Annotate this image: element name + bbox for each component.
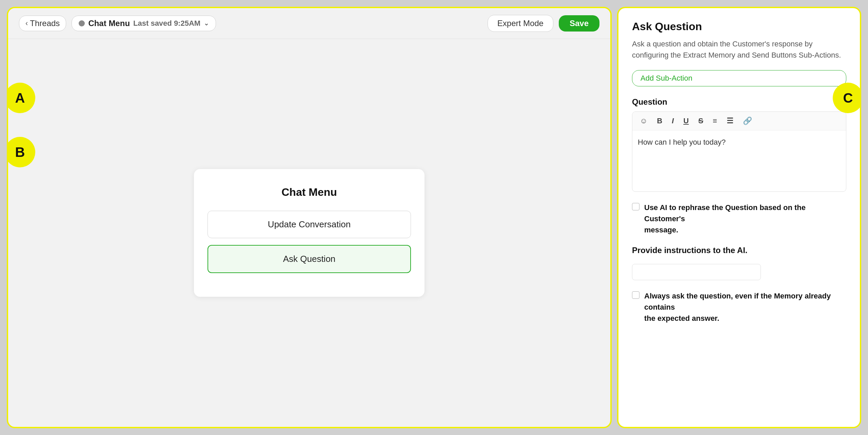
italic-button[interactable]: I bbox=[670, 116, 676, 126]
last-saved-text: Last saved 9:25AM bbox=[133, 19, 200, 28]
question-editor[interactable]: ☺ B I U S ≡ ☰ bbox=[632, 111, 846, 192]
chat-menu-card-title: Chat Menu bbox=[208, 186, 411, 199]
ai-rephrase-label: Use AI to rephrase the Question based on… bbox=[644, 202, 846, 235]
chat-menu-card: Chat Menu Update Conversation Ask Questi… bbox=[194, 169, 425, 297]
ai-instructions-input[interactable] bbox=[632, 264, 761, 280]
canvas-area: Chat Menu Update Conversation Ask Questi… bbox=[8, 39, 610, 427]
always-ask-row: Always ask the question, even if the Mem… bbox=[632, 290, 846, 324]
update-conversation-item[interactable]: Update Conversation bbox=[208, 211, 411, 238]
top-bar: ‹ Threads Chat Menu Last saved 9:25AM ⌄ … bbox=[8, 8, 610, 39]
panel-title: Ask Question bbox=[632, 20, 846, 33]
title-badge[interactable]: Chat Menu Last saved 9:25AM ⌄ bbox=[72, 16, 216, 31]
bold-button[interactable]: B bbox=[655, 116, 664, 126]
unordered-list-button[interactable]: ☰ bbox=[725, 116, 735, 126]
ai-rephrase-row: Use AI to rephrase the Question based on… bbox=[632, 202, 846, 235]
strikethrough-button[interactable]: S bbox=[696, 116, 705, 126]
annotation-c: C bbox=[833, 83, 861, 113]
title-badge-label: Chat Menu bbox=[88, 19, 130, 28]
expert-mode-button[interactable]: Expert Mode bbox=[488, 15, 553, 32]
link-button[interactable]: 🔗 bbox=[741, 116, 754, 126]
right-panel: C Ask Question Ask a question and obtain… bbox=[617, 7, 861, 428]
always-ask-label: Always ask the question, even if the Mem… bbox=[644, 290, 846, 324]
ai-rephrase-checkbox[interactable] bbox=[632, 203, 639, 210]
question-section-label: Question bbox=[632, 97, 846, 107]
always-ask-checkbox[interactable] bbox=[632, 291, 639, 299]
chevron-down-icon: ⌄ bbox=[204, 20, 209, 27]
panel-description: Ask a question and obtain the Customer's… bbox=[632, 38, 846, 61]
add-sub-action-button[interactable]: Add Sub-Action bbox=[632, 70, 846, 86]
save-button[interactable]: Save bbox=[559, 15, 599, 32]
editor-toolbar: ☺ B I U S ≡ ☰ bbox=[632, 112, 846, 130]
ask-question-item[interactable]: Ask Question bbox=[208, 245, 411, 273]
ordered-list-button[interactable]: ≡ bbox=[711, 116, 719, 126]
underline-button[interactable]: U bbox=[681, 116, 691, 126]
left-panel: A B ‹ Threads Chat Menu Last saved 9:25A… bbox=[7, 7, 612, 428]
back-button[interactable]: ‹ Threads bbox=[19, 16, 66, 31]
back-chevron-icon: ‹ bbox=[25, 19, 28, 28]
ai-instructions-label: Provide instructions to the AI. bbox=[632, 246, 846, 255]
editor-content-area[interactable]: How can I help you today? bbox=[632, 130, 846, 191]
emoji-button[interactable]: ☺ bbox=[638, 116, 649, 126]
title-badge-dot-icon bbox=[79, 20, 85, 26]
